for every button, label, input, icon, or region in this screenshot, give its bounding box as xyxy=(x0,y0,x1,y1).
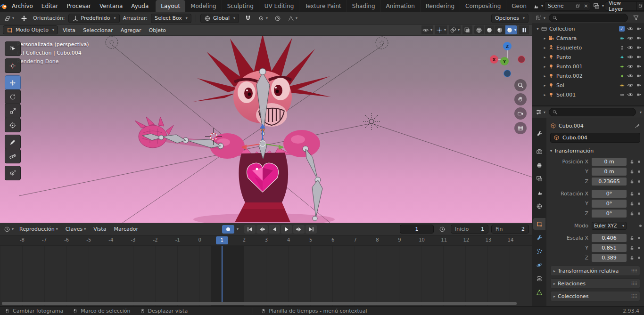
new-view-layer-button[interactable] xyxy=(636,2,644,10)
navigation-gizmo[interactable]: Z X Y xyxy=(490,42,525,77)
outliner-item-punto-001[interactable]: ▸Punto.001 xyxy=(532,62,644,71)
panel-colecciones[interactable]: ▸Colecciones⠿⠿ xyxy=(550,291,640,301)
current-frame-marker[interactable]: 1 xyxy=(216,236,228,244)
outliner-item-punto[interactable]: ▸Punto xyxy=(532,52,644,62)
playhead[interactable] xyxy=(222,246,223,303)
workspace-tab-layout[interactable]: Layout xyxy=(156,0,185,12)
blender-logo-icon[interactable] xyxy=(0,2,8,10)
expand-arrow-icon[interactable]: ▸ xyxy=(542,36,548,40)
animate-decorator[interactable] xyxy=(639,225,642,227)
outliner-item-sol[interactable]: ▸Sol xyxy=(532,81,644,90)
zoom-button[interactable] xyxy=(514,79,527,91)
animate-decorator[interactable] xyxy=(638,180,640,183)
workspace-tab-shading[interactable]: Shading xyxy=(347,0,381,12)
menu-ventana[interactable]: Ventana xyxy=(95,3,127,9)
z-field[interactable]: 0.389 xyxy=(592,254,627,262)
properties-tab-tool[interactable] xyxy=(533,128,545,139)
menu-procesar[interactable]: Procesar xyxy=(62,3,95,9)
overlays-dropdown[interactable]: ▾ xyxy=(449,25,461,34)
viewport-menu-vista[interactable]: Vista xyxy=(59,27,79,33)
properties-tab-modifiers[interactable] xyxy=(533,232,545,243)
workspace-tab-texture-paint[interactable]: Texture Paint xyxy=(299,0,347,12)
y-field[interactable]: 0 m xyxy=(592,168,627,176)
drag-grip-icon[interactable]: ⠿⠿ xyxy=(631,281,637,286)
workspace-tab-modeling[interactable]: Modeling xyxy=(185,0,222,12)
mode-dropdown[interactable]: Modo Objeto▾ xyxy=(3,25,58,34)
timeline-menu-marcador[interactable]: Marcador xyxy=(110,226,142,232)
light-empty-icon[interactable] xyxy=(106,36,388,49)
sun-lamp-icon[interactable] xyxy=(363,113,380,130)
properties-tab-physics[interactable] xyxy=(533,259,545,271)
expand-arrow-icon[interactable]: ▸ xyxy=(542,83,548,88)
axis-x-neg-handle[interactable] xyxy=(518,56,525,63)
workspace-tab-compositing[interactable]: Compositing xyxy=(460,0,506,12)
properties-tab-particles[interactable] xyxy=(533,245,545,257)
scale-tool-button[interactable] xyxy=(5,104,21,118)
transform-tool-button[interactable] xyxy=(5,118,21,132)
jump-start-button[interactable] xyxy=(244,225,256,234)
view-layer-name-field[interactable]: View Layer xyxy=(605,0,636,12)
drag-grip-icon[interactable]: ⠿⠿ xyxy=(631,268,637,274)
outliner-item-sol-001[interactable]: ▸Sol.001 xyxy=(532,90,644,99)
pan-button[interactable] xyxy=(514,93,527,105)
animate-decorator[interactable] xyxy=(638,212,640,215)
workspace-tab-uv-editing[interactable]: UV Editing xyxy=(259,0,300,12)
jump-end-button[interactable] xyxy=(305,225,317,234)
rotacion-x-field[interactable]: 0° xyxy=(592,190,627,198)
expand-arrow-icon[interactable]: ▸ xyxy=(542,65,548,69)
prev-keyframe-button[interactable] xyxy=(256,225,268,234)
unlink-scene-button[interactable]: × xyxy=(582,2,590,10)
properties-editor-type-button[interactable]: ▾ xyxy=(535,107,546,117)
transform-space-dropdown[interactable]: Global▾ xyxy=(200,14,239,23)
snap-target-dropdown[interactable]: ▾ xyxy=(257,14,269,23)
timeline-menu-vista[interactable]: Vista xyxy=(90,226,110,232)
ortho-toggle-button[interactable] xyxy=(514,122,527,134)
properties-tab-world[interactable] xyxy=(533,200,545,212)
falloff-dropdown[interactable]: ▾ xyxy=(287,14,298,23)
xray-toggle-button[interactable] xyxy=(462,25,472,34)
outliner-item-esqueleto[interactable]: ▸Esqueleto xyxy=(532,43,644,52)
use-preview-range-button[interactable] xyxy=(437,225,448,234)
drag-dropdown[interactable]: Select Box▾ xyxy=(151,14,191,23)
panel-transformacion-relativa[interactable]: ▸Transformación relativa⠿⠿ xyxy=(550,266,640,276)
shading-rendered-button[interactable]: ▾ xyxy=(505,25,517,34)
pause-render-button[interactable] xyxy=(519,25,529,34)
outliner-item-punto-002[interactable]: ▸Punto.002 xyxy=(532,71,644,81)
properties-tab-output[interactable] xyxy=(533,159,545,171)
3d-viewport[interactable]: Modo Objeto▾ VistaSeleccionarAgregarObje… xyxy=(0,24,532,223)
panel-relaciones[interactable]: ▸Relaciones⠿⠿ xyxy=(550,278,640,289)
options-dropdown[interactable]: Opciones▾ xyxy=(491,14,528,23)
menu-archivo[interactable]: Archivo xyxy=(8,3,37,9)
shading-wireframe-button[interactable] xyxy=(474,25,484,34)
pin-icon[interactable] xyxy=(635,123,640,129)
outliner-collection-row[interactable]: ▾Collection✓ xyxy=(532,24,644,33)
animate-decorator[interactable] xyxy=(638,193,640,195)
outliner-editor-type-button[interactable]: ▾ xyxy=(535,13,546,23)
workspace-tab-sculpting[interactable]: Sculpting xyxy=(222,0,259,12)
play-reverse-button[interactable] xyxy=(269,225,280,234)
animate-decorator[interactable] xyxy=(638,237,640,239)
proportional-edit-button[interactable] xyxy=(272,14,283,23)
chevron-down-icon[interactable]: ▾ xyxy=(535,27,541,31)
select-box-tool-button[interactable] xyxy=(5,41,21,56)
properties-tab-constraints[interactable] xyxy=(533,273,545,284)
gizmos-dropdown[interactable]: ▾ xyxy=(435,25,447,34)
scene-name-field[interactable]: Scene xyxy=(545,3,574,9)
outliner-item-camara[interactable]: ▸Cámara xyxy=(532,33,644,43)
outliner-search-input[interactable] xyxy=(549,14,628,22)
drag-grip-icon[interactable]: ⠿⠿ xyxy=(631,294,637,299)
shading-solid-button[interactable] xyxy=(485,25,495,34)
snap-toggle-button[interactable] xyxy=(242,14,254,23)
z-field[interactable]: 0° xyxy=(592,210,627,218)
visibility-dropdown[interactable]: ▾ xyxy=(421,25,433,34)
workspace-tab-rendering[interactable]: Rendering xyxy=(421,0,460,12)
outliner-filter-button[interactable] xyxy=(630,13,642,23)
properties-tab-object-data[interactable] xyxy=(533,286,545,298)
workspace-tab-geon[interactable]: Geon xyxy=(506,0,532,12)
play-button[interactable] xyxy=(281,225,292,234)
properties-tab-object[interactable] xyxy=(533,218,545,230)
animate-decorator[interactable] xyxy=(638,170,640,173)
animate-decorator[interactable] xyxy=(638,247,640,249)
move-tool-button[interactable] xyxy=(5,75,21,90)
scene-browse-icon[interactable] xyxy=(532,3,539,9)
